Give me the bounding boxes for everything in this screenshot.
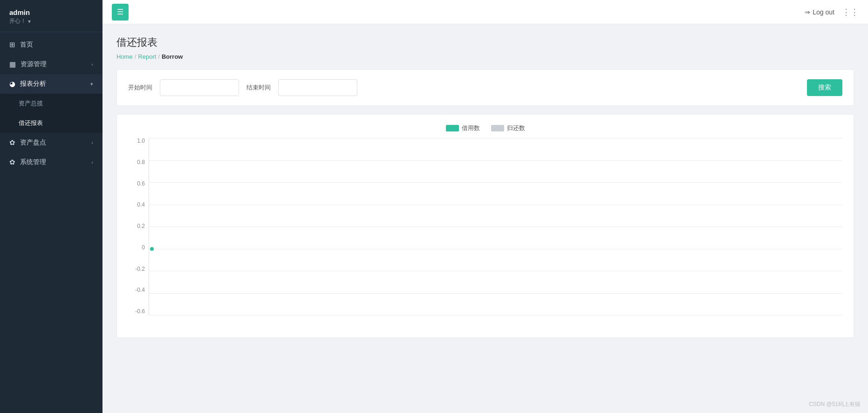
sidebar: admin 开心！ ▾ ⊞ 首页 ▦ 资源管理 ‹ ◕ 报表分析 ▾ 资产总揽 bbox=[0, 0, 103, 413]
breadcrumb-report[interactable]: Report bbox=[138, 53, 156, 60]
menu-toggle-button[interactable]: ☰ bbox=[112, 4, 129, 21]
y-label-4: 0.4 bbox=[137, 202, 145, 207]
chevron-down-icon: ▾ bbox=[90, 81, 93, 87]
start-time-input[interactable] bbox=[160, 79, 239, 96]
end-time-label: 结束时间 bbox=[246, 83, 271, 92]
start-time-label: 开始时间 bbox=[128, 83, 152, 92]
sidebar-item-sys-manage[interactable]: ✿ 系统管理 ‹ bbox=[0, 152, 103, 172]
breadcrumb: Home / Report / Borrow bbox=[116, 53, 854, 60]
grid-icon[interactable]: ⋮⋮ bbox=[842, 7, 859, 17]
y-label-2: 0.8 bbox=[137, 159, 145, 165]
breadcrumb-home[interactable]: Home bbox=[116, 53, 133, 60]
sidebar-submenu-report: 资产总揽 借还报表 bbox=[0, 94, 103, 133]
sidebar-item-label: 报表分析 bbox=[20, 80, 46, 88]
sidebar-item-label: 首页 bbox=[20, 41, 33, 49]
legend-borrow-label: 借用数 bbox=[462, 124, 480, 132]
y-label-3: 0.6 bbox=[137, 181, 145, 186]
chart-area: 1.0 0.8 0.6 0.4 0.2 0 -0.2 -0.4 -0.6 bbox=[128, 138, 842, 315]
legend-borrow: 借用数 bbox=[446, 124, 480, 132]
legend-return-label: 归还数 bbox=[507, 124, 525, 132]
breadcrumb-sep2: / bbox=[158, 53, 160, 60]
y-axis: 1.0 0.8 0.6 0.4 0.2 0 -0.2 -0.4 -0.6 bbox=[128, 138, 149, 315]
y-label-9: -0.6 bbox=[135, 309, 145, 314]
y-label-5: 0.2 bbox=[137, 223, 145, 229]
y-label-1: 1.0 bbox=[137, 138, 145, 144]
legend-swatch-borrow bbox=[446, 125, 459, 131]
sidebar-user: admin 开心！ ▾ bbox=[0, 0, 103, 32]
content-area: 借还报表 Home / Report / Borrow 开始时间 结束时间 搜索… bbox=[103, 24, 868, 413]
sidebar-item-label: 资产盘点 bbox=[20, 138, 46, 147]
chevron-right-icon: ‹ bbox=[91, 140, 93, 145]
topbar-left: ☰ bbox=[112, 4, 129, 21]
grid-line-2 bbox=[149, 160, 842, 161]
sidebar-item-label: 资源管理 bbox=[21, 60, 47, 69]
chevron-right-icon: ‹ bbox=[91, 159, 93, 165]
sidebar-nav: ⊞ 首页 ▦ 资源管理 ‹ ◕ 报表分析 ▾ 资产总揽 借还报表 ✿ 资产盘 bbox=[0, 32, 103, 413]
main-area: ☰ ⇒ Log out ⋮⋮ 借还报表 Home / Report / Borr… bbox=[103, 0, 868, 413]
breadcrumb-current: Borrow bbox=[162, 53, 183, 60]
grid-line-6 bbox=[149, 249, 842, 249]
chevron-right-icon: ‹ bbox=[91, 62, 93, 67]
grid-line-5 bbox=[149, 227, 842, 227]
logout-icon: ⇒ bbox=[805, 8, 810, 16]
chart-legend: 借用数 归还数 bbox=[128, 124, 842, 132]
logout-button[interactable]: ⇒ Log out bbox=[805, 8, 834, 16]
topbar-right: ⇒ Log out ⋮⋮ bbox=[805, 7, 859, 17]
sidebar-item-label: 系统管理 bbox=[20, 158, 46, 166]
username: admin bbox=[9, 8, 93, 16]
sidebar-item-asset-check[interactable]: ✿ 资产盘点 ‹ bbox=[0, 133, 103, 152]
chart-card: 借用数 归还数 1.0 0.8 0.6 0.4 0.2 0 -0.2 -0.4 bbox=[116, 114, 854, 338]
grid-line-9 bbox=[149, 315, 842, 316]
chevron-down-icon: ▾ bbox=[28, 18, 31, 25]
borrow-report-label: 借还报表 bbox=[19, 119, 43, 127]
sidebar-item-report[interactable]: ◕ 报表分析 ▾ bbox=[0, 74, 103, 94]
search-button[interactable]: 搜索 bbox=[807, 79, 842, 96]
y-label-6: 0 bbox=[142, 245, 145, 250]
sidebar-item-resource[interactable]: ▦ 资源管理 ‹ bbox=[0, 55, 103, 74]
y-label-8: -0.4 bbox=[135, 287, 145, 293]
breadcrumb-sep1: / bbox=[135, 53, 137, 60]
sidebar-item-asset-total[interactable]: 资产总揽 bbox=[0, 94, 103, 113]
filter-panel: 开始时间 结束时间 搜索 bbox=[116, 69, 854, 106]
grid-line-7 bbox=[149, 271, 842, 271]
chart-plot bbox=[149, 138, 842, 315]
grid-line-4 bbox=[149, 205, 842, 205]
report-icon: ◕ bbox=[9, 80, 15, 88]
end-time-input[interactable] bbox=[278, 79, 357, 96]
sys-manage-icon: ✿ bbox=[9, 158, 15, 166]
sidebar-item-borrow-report[interactable]: 借还报表 bbox=[0, 113, 103, 133]
sidebar-item-home[interactable]: ⊞ 首页 bbox=[0, 35, 103, 55]
topbar: ☰ ⇒ Log out ⋮⋮ bbox=[103, 0, 868, 24]
watermark: CSDN @51码上有猿 bbox=[809, 400, 861, 408]
zero-dot bbox=[150, 247, 154, 251]
grid-line-3 bbox=[149, 182, 842, 183]
page-title: 借还报表 bbox=[116, 35, 854, 49]
asset-total-label: 资产总揽 bbox=[19, 99, 43, 108]
grid-line-1 bbox=[149, 138, 842, 138]
home-icon: ⊞ bbox=[9, 41, 15, 49]
y-label-7: -0.2 bbox=[135, 266, 145, 272]
logout-label: Log out bbox=[813, 8, 834, 16]
resource-icon: ▦ bbox=[9, 60, 16, 69]
grid-line-8 bbox=[149, 293, 842, 294]
asset-check-icon: ✿ bbox=[9, 138, 15, 147]
user-subtitle[interactable]: 开心！ ▾ bbox=[9, 17, 93, 25]
hamburger-icon: ☰ bbox=[117, 7, 123, 16]
legend-return: 归还数 bbox=[491, 124, 525, 132]
legend-swatch-return bbox=[491, 125, 504, 131]
